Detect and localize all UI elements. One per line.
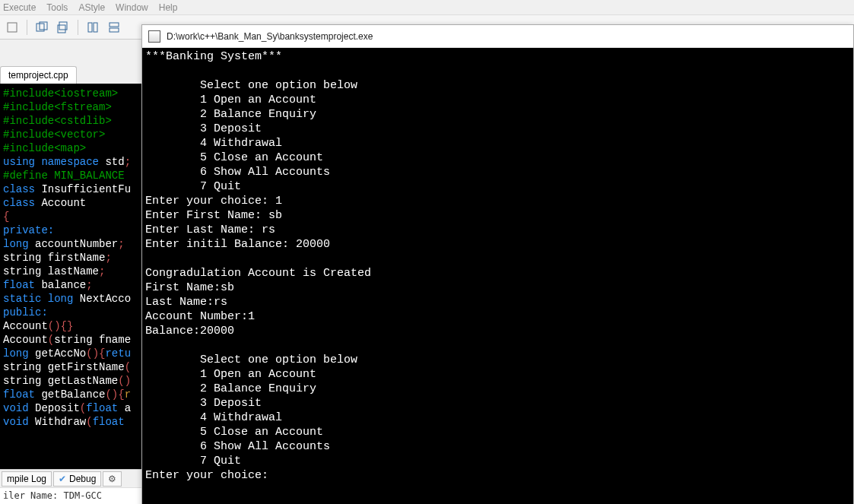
- toolbar-btn-4[interactable]: [84, 18, 102, 36]
- menu-window[interactable]: Window: [116, 2, 148, 13]
- svg-rect-0: [8, 23, 17, 32]
- toolbar-separator: [27, 20, 27, 35]
- editor-tab[interactable]: temproject.cpp: [0, 66, 77, 84]
- app-icon: [148, 30, 160, 43]
- main-area: temproject.cpp #include<iostream>#includ…: [0, 40, 854, 504]
- compiler-status: iler Name: TDM-GCC: [0, 487, 141, 504]
- tab-extra[interactable]: ⚙: [103, 471, 122, 487]
- svg-rect-8: [110, 28, 119, 32]
- menu-astyle[interactable]: AStyle: [78, 2, 105, 13]
- console-titlebar[interactable]: D:\work\c++\Bank_Man_Sy\banksystemprojec…: [142, 25, 853, 48]
- gear-icon: ⚙: [108, 474, 116, 484]
- tab-debug[interactable]: ✔Debug: [53, 471, 101, 487]
- bottom-tab-row: mpile Log ✔Debug ⚙: [0, 469, 141, 487]
- console-window: D:\work\c++\Bank_Man_Sy\banksystemprojec…: [141, 24, 854, 504]
- toolbar-btn-1[interactable]: [3, 18, 21, 36]
- code-editor[interactable]: #include<iostream>#include<fstream>#incl…: [0, 84, 141, 469]
- tab-debug-label: Debug: [69, 474, 96, 484]
- svg-rect-5: [88, 23, 92, 32]
- tab-compile-log[interactable]: mpile Log: [2, 471, 52, 487]
- toolbar-separator: [78, 20, 78, 35]
- menu-tools[interactable]: Tools: [46, 2, 68, 13]
- ide-panel: temproject.cpp #include<iostream>#includ…: [0, 40, 141, 504]
- svg-rect-7: [110, 23, 119, 27]
- check-icon: ✔: [59, 474, 66, 484]
- toolbar-btn-5[interactable]: [105, 18, 123, 36]
- menu-bar: Execute Tools AStyle Window Help: [0, 0, 854, 15]
- toolbar-btn-2[interactable]: [33, 18, 51, 36]
- svg-rect-6: [94, 23, 97, 32]
- menu-execute[interactable]: Execute: [3, 2, 36, 13]
- editor-tab-row: temproject.cpp: [0, 62, 141, 84]
- toolbar-btn-3[interactable]: [54, 18, 72, 36]
- console-title: D:\work\c++\Bank_Man_Sy\banksystemprojec…: [167, 31, 373, 42]
- menu-help[interactable]: Help: [159, 2, 178, 13]
- console-output[interactable]: ***Banking System*** Select one option b…: [142, 48, 853, 504]
